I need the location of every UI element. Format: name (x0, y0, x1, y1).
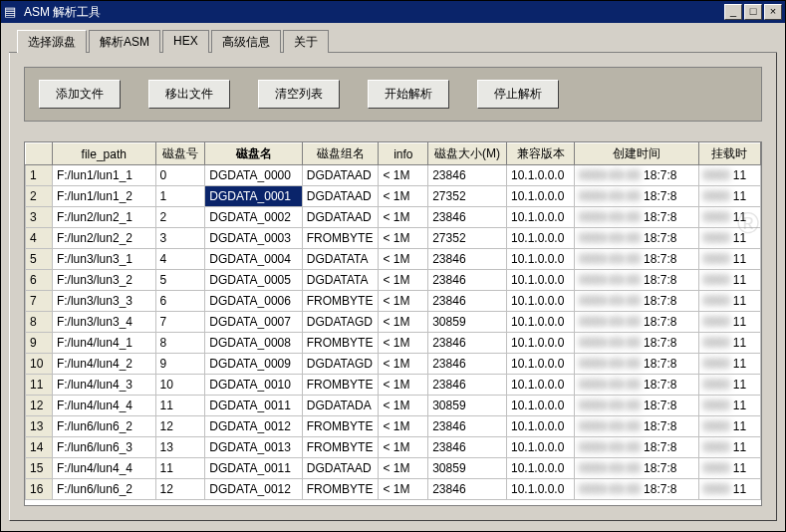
cell-disk_group[interactable]: DGDATAAD (302, 186, 379, 207)
cell-disk_name[interactable]: DGDATA_0002 (205, 207, 302, 228)
cell-disk_name[interactable]: DGDATA_0001 (205, 186, 302, 207)
remove-file-button[interactable]: 移出文件 (148, 80, 230, 109)
cell-mtime[interactable]: 0000 11 (698, 458, 760, 479)
cell-file_path[interactable]: F:/lun1/lun1_1 (52, 165, 155, 186)
cell-info[interactable]: < 1M (379, 416, 428, 437)
table-row[interactable]: 3F:/lun2/lun2_12DGDATA_0002DGDATAAD< 1M2… (26, 207, 761, 228)
cell-disk_name[interactable]: DGDATA_0013 (205, 437, 302, 458)
cell-disk_no[interactable]: 11 (155, 396, 205, 416)
row-number[interactable]: 8 (26, 312, 53, 333)
row-number[interactable]: 14 (26, 437, 53, 458)
cell-info[interactable]: < 1M (379, 354, 428, 375)
cell-disk_no[interactable]: 12 (155, 479, 205, 500)
cell-compat[interactable]: 10.1.0.0.0 (506, 479, 574, 500)
cell-disk_group[interactable]: FROMBYTE (302, 437, 379, 458)
cell-disk_no[interactable]: 12 (155, 416, 205, 437)
cell-compat[interactable]: 10.1.0.0.0 (506, 396, 574, 416)
cell-disk_no[interactable]: 8 (155, 333, 205, 354)
cell-compat[interactable]: 10.1.0.0.0 (506, 228, 574, 249)
cell-disk_size[interactable]: 23846 (428, 207, 507, 228)
row-number[interactable]: 7 (26, 291, 53, 312)
tab-3[interactable]: 高级信息 (211, 30, 281, 53)
col-header-disk_group[interactable]: 磁盘组名 (302, 143, 379, 165)
cell-compat[interactable]: 10.1.0.0.0 (506, 270, 574, 291)
cell-disk_size[interactable]: 23846 (428, 479, 507, 500)
col-header-mtime[interactable]: 挂载时 (698, 143, 760, 165)
cell-disk_group[interactable]: DGDATATA (302, 249, 379, 270)
cell-disk_name[interactable]: DGDATA_0008 (205, 333, 302, 354)
cell-disk_size[interactable]: 23846 (428, 375, 507, 396)
row-number[interactable]: 16 (26, 479, 53, 500)
cell-disk_name[interactable]: DGDATA_0011 (205, 396, 302, 416)
cell-file_path[interactable]: F:/lun3/lun3_2 (52, 270, 155, 291)
cell-disk_no[interactable]: 6 (155, 291, 205, 312)
cell-disk_no[interactable]: 2 (155, 207, 205, 228)
col-header-file_path[interactable]: file_path (52, 143, 155, 165)
cell-disk_no[interactable]: 1 (155, 186, 205, 207)
maximize-button[interactable]: □ (744, 4, 762, 20)
cell-ctime[interactable]: 0000-00-00 18:7:8 (575, 354, 698, 375)
stop-parse-button[interactable]: 停止解析 (477, 80, 559, 109)
cell-disk_name[interactable]: DGDATA_0012 (205, 479, 302, 500)
cell-compat[interactable]: 10.1.0.0.0 (506, 375, 574, 396)
row-number[interactable]: 12 (26, 396, 53, 416)
cell-disk_no[interactable]: 5 (155, 270, 205, 291)
cell-disk_group[interactable]: DGDATAGD (302, 354, 379, 375)
row-number[interactable]: 5 (26, 249, 53, 270)
cell-disk_group[interactable]: FROMBYTE (302, 333, 379, 354)
close-button[interactable]: × (764, 4, 782, 20)
cell-file_path[interactable]: F:/lun4/lun4_1 (52, 333, 155, 354)
col-header-disk_name[interactable]: 磁盘名 (205, 143, 302, 165)
cell-file_path[interactable]: F:/lun1/lun1_2 (52, 186, 155, 207)
cell-disk_no[interactable]: 10 (155, 375, 205, 396)
cell-info[interactable]: < 1M (379, 249, 428, 270)
cell-ctime[interactable]: 0000-00-00 18:7:8 (575, 207, 698, 228)
cell-file_path[interactable]: F:/lun3/lun3_4 (52, 312, 155, 333)
clear-list-button[interactable]: 清空列表 (258, 80, 340, 109)
cell-info[interactable]: < 1M (379, 396, 428, 416)
cell-ctime[interactable]: 0000-00-00 18:7:8 (575, 396, 698, 416)
cell-compat[interactable]: 10.1.0.0.0 (506, 186, 574, 207)
cell-disk_group[interactable]: DGDATATA (302, 270, 379, 291)
cell-mtime[interactable]: 0000 11 (698, 207, 760, 228)
cell-mtime[interactable]: 0000 11 (698, 375, 760, 396)
cell-info[interactable]: < 1M (379, 291, 428, 312)
cell-mtime[interactable]: 0000 11 (698, 186, 760, 207)
data-grid[interactable]: ® file_path磁盘号磁盘名磁盘组名info磁盘大小(M)兼容版本创建时间… (24, 141, 762, 506)
cell-mtime[interactable]: 0000 11 (698, 437, 760, 458)
row-number[interactable]: 2 (26, 186, 53, 207)
cell-compat[interactable]: 10.1.0.0.0 (506, 354, 574, 375)
cell-file_path[interactable]: F:/lun3/lun3_3 (52, 291, 155, 312)
row-number[interactable]: 4 (26, 228, 53, 249)
cell-disk_no[interactable]: 7 (155, 312, 205, 333)
col-header-compat[interactable]: 兼容版本 (506, 143, 574, 165)
cell-info[interactable]: < 1M (379, 228, 428, 249)
cell-file_path[interactable]: F:/lun6/lun6_2 (52, 416, 155, 437)
table-row[interactable]: 15F:/lun4/lun4_411DGDATA_0011DGDATAAD< 1… (26, 458, 761, 479)
cell-mtime[interactable]: 0000 11 (698, 270, 760, 291)
cell-compat[interactable]: 10.1.0.0.0 (506, 416, 574, 437)
cell-disk_group[interactable]: DGDATAAD (302, 165, 379, 186)
col-header-info[interactable]: info (379, 143, 428, 165)
cell-compat[interactable]: 10.1.0.0.0 (506, 165, 574, 186)
cell-mtime[interactable]: 0000 11 (698, 333, 760, 354)
cell-disk_group[interactable]: DGDATAGD (302, 312, 379, 333)
cell-compat[interactable]: 10.1.0.0.0 (506, 207, 574, 228)
cell-mtime[interactable]: 0000 11 (698, 479, 760, 500)
row-number[interactable]: 6 (26, 270, 53, 291)
tab-4[interactable]: 关于 (283, 30, 329, 53)
row-number[interactable]: 15 (26, 458, 53, 479)
cell-ctime[interactable]: 0000-00-00 18:7:8 (575, 228, 698, 249)
cell-ctime[interactable]: 0000-00-00 18:7:8 (575, 249, 698, 270)
cell-mtime[interactable]: 0000 11 (698, 396, 760, 416)
cell-ctime[interactable]: 0000-00-00 18:7:8 (575, 416, 698, 437)
start-parse-button[interactable]: 开始解析 (368, 80, 449, 109)
cell-ctime[interactable]: 0000-00-00 18:7:8 (575, 437, 698, 458)
table-row[interactable]: 7F:/lun3/lun3_36DGDATA_0006FROMBYTE< 1M2… (26, 291, 761, 312)
cell-mtime[interactable]: 0000 11 (698, 165, 760, 186)
cell-compat[interactable]: 10.1.0.0.0 (506, 249, 574, 270)
cell-disk_name[interactable]: DGDATA_0007 (205, 312, 302, 333)
cell-disk_size[interactable]: 23846 (428, 437, 507, 458)
cell-compat[interactable]: 10.1.0.0.0 (506, 333, 574, 354)
cell-disk_group[interactable]: FROMBYTE (302, 291, 379, 312)
